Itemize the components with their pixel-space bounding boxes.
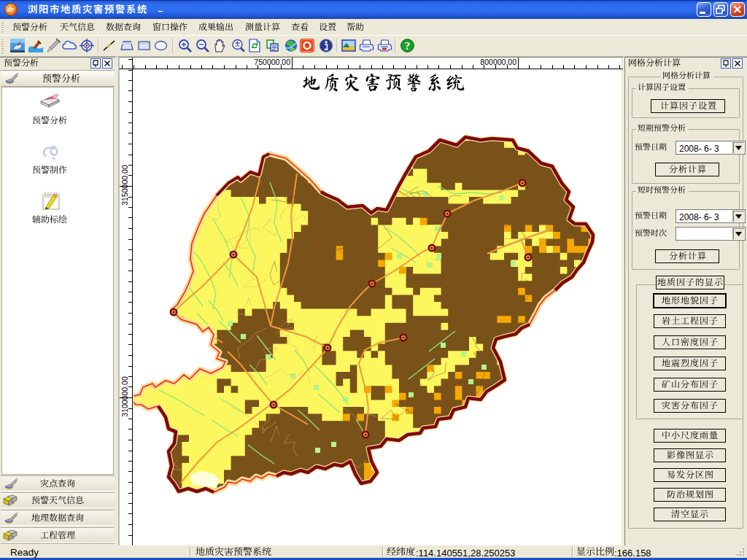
svg-text:750000.00: 750000.00 bbox=[254, 58, 290, 66]
svg-text:800000.00: 800000.00 bbox=[480, 58, 516, 66]
svg-text:3150000.00: 3150000.00 bbox=[120, 165, 129, 206]
svg-text:?: ? bbox=[405, 40, 411, 52]
svg-text:3100000.00: 3100000.00 bbox=[120, 376, 129, 417]
